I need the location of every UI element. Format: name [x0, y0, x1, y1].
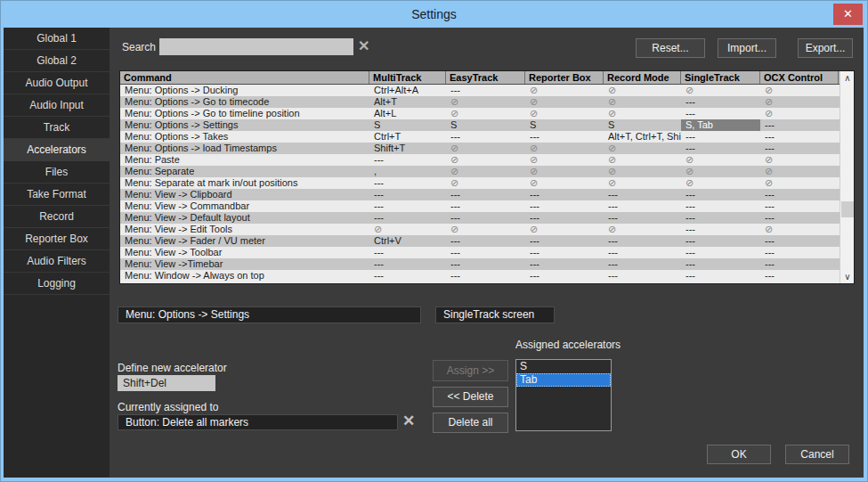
- accelerator-cell[interactable]: ---: [760, 235, 839, 247]
- accelerator-cell[interactable]: ---: [446, 131, 525, 143]
- close-icon[interactable]: ✕: [833, 4, 863, 25]
- column-header-command[interactable]: Command: [120, 71, 369, 84]
- sidebar-item-take-format[interactable]: Take Format: [4, 184, 110, 206]
- accelerator-cell[interactable]: ---: [760, 143, 839, 154]
- sidebar-item-track[interactable]: Track: [4, 117, 110, 139]
- command-cell[interactable]: Menu: Window -> Always on top: [120, 270, 369, 282]
- accelerator-cell[interactable]: ---: [369, 270, 446, 282]
- table-row[interactable]: Menu: View -> Default layout------------…: [120, 212, 854, 224]
- accelerator-cell[interactable]: ---: [681, 108, 760, 119]
- accelerator-cell[interactable]: ---: [525, 200, 604, 212]
- sidebar-item-global-2[interactable]: Global 2: [4, 50, 110, 72]
- command-cell[interactable]: Menu: Options -> Settings: [120, 119, 369, 131]
- table-row[interactable]: Menu: View -> Edit Tools⊘⊘⊘⊘---⊘: [120, 224, 854, 235]
- table-row[interactable]: Menu: Paste---⊘⊘⊘⊘⊘: [120, 154, 854, 166]
- command-cell[interactable]: Menu: Options -> Go to timecode: [120, 96, 369, 108]
- blocked-icon[interactable]: ⊘: [446, 154, 525, 166]
- accelerator-cell[interactable]: Alt+T: [369, 96, 446, 108]
- sidebar-item-record[interactable]: Record: [4, 206, 110, 228]
- accelerator-cell[interactable]: ---: [369, 177, 446, 189]
- command-cell[interactable]: Menu: View -> Clipboard: [120, 189, 369, 200]
- column-header-multitrack[interactable]: MultiTrack: [369, 71, 446, 84]
- accelerator-cell[interactable]: ---: [369, 200, 446, 212]
- accelerator-cell[interactable]: Ctrl+V: [369, 235, 446, 247]
- accelerator-cell[interactable]: ---: [525, 235, 604, 247]
- sidebar-item-global-1[interactable]: Global 1: [4, 28, 110, 50]
- blocked-icon[interactable]: ⊘: [525, 224, 604, 235]
- command-cell[interactable]: Menu: Options -> Takes: [120, 131, 369, 143]
- accelerator-cell[interactable]: ---: [525, 189, 604, 200]
- column-header-record-mode[interactable]: Record Mode: [604, 71, 681, 84]
- blocked-icon[interactable]: ⊘: [446, 96, 525, 108]
- accelerator-cell[interactable]: ---: [760, 189, 839, 200]
- table-row[interactable]: Menu: View -> Toolbar------------------: [120, 247, 854, 258]
- accelerator-cell[interactable]: ---: [446, 247, 525, 258]
- blocked-icon[interactable]: ⊘: [604, 96, 681, 108]
- accelerator-cell[interactable]: ---: [681, 131, 760, 143]
- command-cell[interactable]: Menu: View -> Default layout: [120, 212, 369, 224]
- accelerator-cell[interactable]: ---: [525, 270, 604, 282]
- command-cell[interactable]: Menu: Separate: [120, 166, 369, 177]
- command-cell[interactable]: Menu: View -> Toolbar: [120, 247, 369, 258]
- blocked-icon[interactable]: ⊘: [760, 108, 839, 119]
- blocked-icon[interactable]: ⊘: [760, 166, 839, 177]
- assigned-accelerator-item[interactable]: Tab: [516, 373, 611, 387]
- import-button[interactable]: Import...: [718, 38, 776, 58]
- blocked-icon[interactable]: ⊘: [604, 85, 681, 96]
- accelerator-cell[interactable]: ---: [760, 247, 839, 258]
- command-cell[interactable]: Menu: Options -> Ducking: [120, 85, 369, 96]
- table-row[interactable]: Menu: Window -> Always on top-----------…: [120, 270, 854, 282]
- accelerator-cell[interactable]: ---: [760, 258, 839, 270]
- accelerator-cell[interactable]: ---: [446, 85, 525, 96]
- sidebar-item-reporter-box[interactable]: Reporter Box: [4, 228, 110, 250]
- table-row[interactable]: Menu: Options -> load TimestampsShift+T⊘…: [120, 143, 854, 154]
- blocked-icon[interactable]: ⊘: [604, 177, 681, 189]
- blocked-icon[interactable]: ⊘: [446, 224, 525, 235]
- sidebar-item-accelerators[interactable]: Accelerators: [4, 139, 110, 161]
- accelerator-cell[interactable]: ---: [681, 200, 760, 212]
- command-cell[interactable]: Menu: Options -> load Timestamps: [120, 143, 369, 154]
- clear-assigned-icon[interactable]: ✕: [402, 412, 415, 430]
- accelerator-cell[interactable]: ---: [446, 200, 525, 212]
- accelerator-cell[interactable]: ---: [681, 143, 760, 154]
- accelerator-cell[interactable]: ---: [604, 270, 681, 282]
- reset-button[interactable]: Reset...: [636, 38, 705, 58]
- scroll-down-icon[interactable]: ∨: [840, 270, 855, 283]
- cancel-button[interactable]: Cancel: [785, 445, 849, 464]
- sidebar-item-logging[interactable]: Logging: [4, 273, 110, 295]
- blocked-icon[interactable]: ⊘: [760, 224, 839, 235]
- column-header-reporter-box[interactable]: Reporter Box: [525, 71, 604, 84]
- accelerator-cell[interactable]: ---: [681, 224, 760, 235]
- command-cell[interactable]: Menu: View -> Fader / VU meter: [120, 235, 369, 247]
- scroll-up-icon[interactable]: ∧: [840, 71, 855, 85]
- accelerator-cell[interactable]: ---: [760, 200, 839, 212]
- accelerator-cell[interactable]: ---: [369, 258, 446, 270]
- command-cell[interactable]: Menu: Paste: [120, 154, 369, 166]
- blocked-icon[interactable]: ⊘: [525, 108, 604, 119]
- accelerator-cell[interactable]: ---: [681, 270, 760, 282]
- blocked-icon[interactable]: ⊘: [446, 177, 525, 189]
- accelerator-cell[interactable]: ---: [369, 154, 446, 166]
- blocked-icon[interactable]: ⊘: [525, 154, 604, 166]
- ok-button[interactable]: OK: [707, 445, 771, 464]
- accelerator-cell[interactable]: ---: [681, 212, 760, 224]
- accelerator-cell[interactable]: ---: [525, 212, 604, 224]
- export-button[interactable]: Export...: [798, 38, 853, 58]
- blocked-icon[interactable]: ⊘: [525, 96, 604, 108]
- table-row[interactable]: Menu: Separate,⊘⊘⊘⊘⊘: [120, 166, 854, 177]
- blocked-icon[interactable]: ⊘: [681, 154, 760, 166]
- scrollbar-thumb[interactable]: [841, 201, 854, 217]
- delete-all-button[interactable]: Delete all: [433, 413, 508, 433]
- blocked-icon[interactable]: ⊘: [604, 154, 681, 166]
- accelerator-cell[interactable]: ---: [446, 212, 525, 224]
- table-row[interactable]: Menu: Options -> DuckingCtrl+Alt+A---⊘⊘⊘…: [120, 85, 854, 96]
- blocked-icon[interactable]: ⊘: [525, 166, 604, 177]
- new-accelerator-input[interactable]: [118, 375, 215, 391]
- blocked-icon[interactable]: ⊘: [446, 108, 525, 119]
- accelerator-cell[interactable]: S: [446, 119, 525, 131]
- accelerator-cell[interactable]: S: [525, 119, 604, 131]
- accelerator-cell[interactable]: ,: [369, 166, 446, 177]
- table-row[interactable]: Menu: View -> Commandbar----------------…: [120, 200, 854, 212]
- table-row[interactable]: Menu: Options -> TakesCtrl+T------Alt+T,…: [120, 131, 854, 143]
- accelerator-cell[interactable]: ---: [760, 131, 839, 143]
